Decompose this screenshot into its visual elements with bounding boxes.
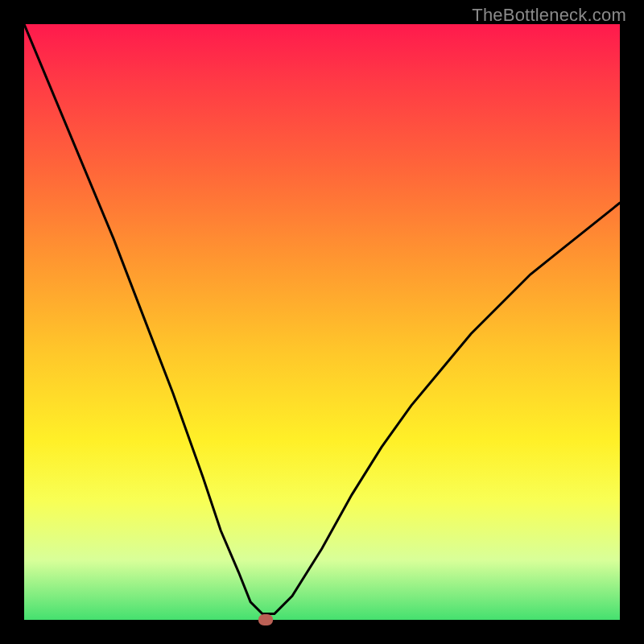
watermark-text: TheBottleneck.com — [472, 5, 626, 26]
chart-frame: TheBottleneck.com — [0, 0, 644, 644]
plot-area — [24, 24, 620, 620]
optimal-point-marker — [258, 614, 273, 625]
curve-path — [24, 24, 620, 614]
bottleneck-curve — [24, 24, 620, 620]
